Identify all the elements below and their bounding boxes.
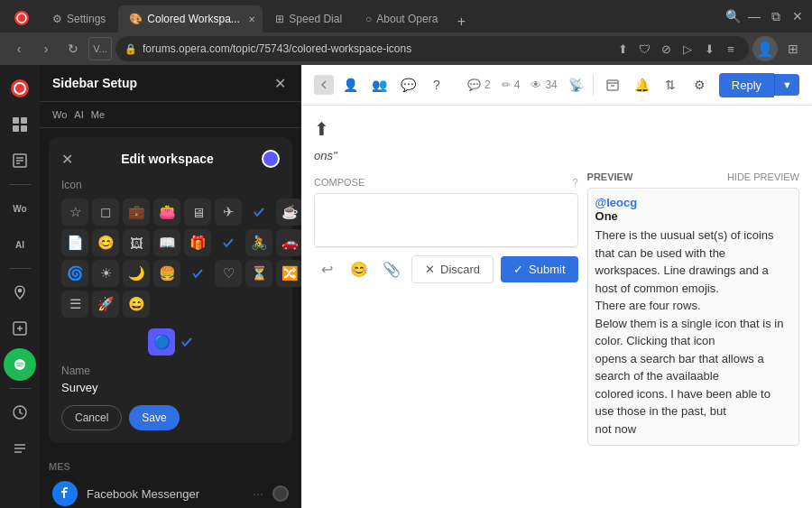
menu-icon[interactable]: ≡ [722,40,740,58]
icon-cell-book[interactable]: 📖 [153,229,180,256]
stat-edits: ✏ 4 [502,79,521,91]
workspace-tab-wo[interactable]: Wo [52,109,67,120]
icon-cell-coffee[interactable]: ☕ [276,199,301,226]
icon-cell-square[interactable]: ◻ [92,199,119,226]
sidebar-opera-logo[interactable] [4,72,36,105]
edits-icon: ✏ [502,79,511,91]
archive-icon-btn[interactable] [603,72,623,97]
nav-right-icons: 👤 ⊞ [752,36,805,61]
minimize-btn[interactable]: — [747,9,761,23]
workspace-tab-ai[interactable]: AI [74,109,83,120]
address-url: forums.opera.com/topic/75743/colored-wor… [143,42,608,55]
icon-cell-gift[interactable]: 🎁 [184,229,211,256]
sort-icon-btn[interactable]: ⇅ [660,72,680,97]
help-icon-btn[interactable]: ? [424,72,449,97]
maximize-btn[interactable]: ⧉ [769,9,783,23]
compose-label: COMPOSE [314,177,364,188]
action-attach-icon[interactable]: 📎 [379,257,404,282]
sidebar-spotify-icon[interactable] [4,348,36,381]
facebook-toggle[interactable] [272,485,289,502]
view-btn[interactable]: V... [88,37,112,60]
chat-icon-btn[interactable]: 💬 [395,72,420,97]
sidebar-panel-close-btn[interactable]: ✕ [271,74,289,92]
icon-cell-emoji[interactable]: 😊 [92,229,119,256]
submit-button[interactable]: ✓ Submit [501,256,577,282]
messenger-item-facebook[interactable]: Facebook Messenger ··· [49,476,292,508]
sidebar-maps-icon[interactable] [4,276,36,309]
icon-cell-monitor[interactable]: 🖥 [184,199,211,226]
forward-btn[interactable]: › [34,37,58,60]
nav-bar: ‹ › ↻ V... 🔒 forums.opera.com/topic/7574… [0,32,812,65]
prev-arrow-btn[interactable] [314,75,334,95]
gear-icon-btn[interactable]: ⚙ [690,72,710,97]
compose-help-btn[interactable]: ? [572,177,577,188]
close-btn[interactable]: ✕ [790,9,805,23]
icon-cell-hourglass[interactable]: ⏳ [245,260,272,287]
tab-settings[interactable]: ⚙ Settings [42,5,116,32]
adblock-icon[interactable]: ⊘ [657,40,675,58]
modal-x-close-btn[interactable]: ✕ [61,151,73,168]
compose-col: COMPOSE ? ↩ 😊 📎 ✕ Discard [314,171,578,446]
icon-cell-bike[interactable]: 🚴 [245,229,272,256]
opera-logo[interactable] [7,4,36,32]
facebook-more-btn[interactable]: ··· [253,486,263,501]
sidebar-extensions-icon[interactable] [4,312,36,345]
new-tab-button[interactable]: + [450,11,472,32]
workspace-tab-me[interactable]: Me [91,109,105,120]
icon-cell-list[interactable]: ☰ [61,291,88,318]
shield-icon[interactable]: 🛡 [635,40,653,58]
sidebar-workspace-wo[interactable]: Wo [4,192,36,225]
icon-cell-car[interactable]: 🚗 [276,229,301,256]
icon-cell-sun[interactable]: ☀ [92,260,119,287]
tab-speed-dial[interactable]: ⊞ Speed Dial [264,5,353,32]
name-section: Name Survey [61,365,280,394]
cancel-button[interactable]: Cancel [61,405,122,430]
save-button[interactable]: Save [129,405,179,430]
reload-btn[interactable]: ↻ [61,37,85,60]
tab-about-opera[interactable]: ○ About Opera [355,5,448,32]
icon-cell-bag[interactable]: 👛 [153,199,180,226]
sidebar-workspace-ai[interactable]: AI [4,228,36,261]
address-bar[interactable]: 🔒 forums.opera.com/topic/75743/colored-w… [115,36,749,61]
icon-cell-moon[interactable]: 🌙 [123,260,150,287]
users-icon-btn[interactable]: 👥 [366,72,392,97]
selected-icon-cell[interactable]: 🔵 [148,328,175,356]
search-win-btn[interactable]: 🔍 [725,9,740,23]
settings-tab-label: Settings [67,13,106,25]
icon-cell-burger[interactable]: 🍔 [153,260,180,287]
tab-close-colored-workspace[interactable]: ✕ [248,13,255,25]
icon-cell-swirl[interactable]: 🌀 [61,260,88,287]
share-icon[interactable]: ⬆ [614,40,632,58]
user-icon-btn[interactable]: 👤 [337,72,363,97]
sidebar-bottom-icon-1[interactable] [4,396,36,429]
reply-dropdown-btn[interactable]: ▼ [774,74,799,96]
compose-textarea[interactable] [314,193,578,247]
hide-preview-btn[interactable]: HIDE PREVIEW [727,171,799,182]
discard-button[interactable]: ✕ Discard [411,255,494,283]
icon-cell-star[interactable]: ☆ [61,199,88,226]
bell-icon-btn[interactable]: 🔔 [632,72,651,97]
icon-cell-rocket[interactable]: 🚀 [92,291,119,318]
play-icon[interactable]: ▷ [678,40,697,58]
sidebar-news-icon[interactable] [4,144,36,177]
icon-cell-plane[interactable]: ✈ [215,199,242,226]
icon-cell-doc[interactable]: 📄 [61,229,88,256]
download-icon[interactable]: ⬇ [700,40,718,58]
compose-preview-row: COMPOSE ? ↩ 😊 📎 ✕ Discard [314,171,799,446]
icon-cell-shuffle[interactable]: 🔀 [276,260,301,287]
tab-colored-workspace[interactable]: 🎨 Colored Workspa... ✕ [118,5,263,32]
icon-cell-image[interactable]: 🖼 [123,229,150,256]
sidebar-toggle-btn[interactable]: ⊞ [781,37,805,60]
action-reply-icon[interactable]: ↩ [314,257,339,282]
sidebar-tabs-icon[interactable] [4,108,36,141]
rss-icon[interactable]: 📡 [568,78,584,92]
action-emoji-icon[interactable]: 😊 [346,257,372,282]
sidebar-bottom-icon-2[interactable] [4,432,36,465]
account-btn[interactable]: 👤 [752,36,778,61]
icon-cell-smile[interactable]: 😄 [123,291,150,318]
icon-cell-briefcase[interactable]: 💼 [123,199,150,226]
back-btn[interactable]: ‹ [7,37,31,60]
discard-label: Discard [440,263,480,276]
reply-button[interactable]: Reply [719,73,774,97]
icon-cell-heart[interactable]: ♡ [215,260,242,287]
